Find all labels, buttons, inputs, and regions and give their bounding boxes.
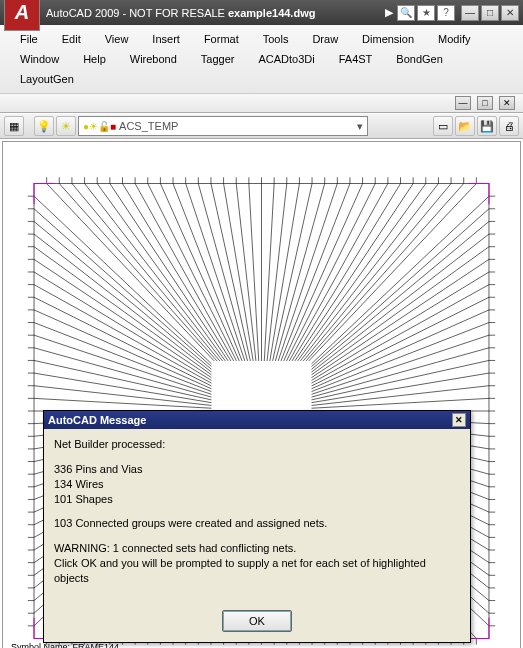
svg-line-59: [295, 184, 413, 361]
maximize-button[interactable]: □: [481, 5, 499, 21]
svg-line-23: [186, 184, 245, 361]
close-button[interactable]: ✕: [501, 5, 519, 21]
dialog-titlebar[interactable]: AutoCAD Message ✕: [44, 411, 470, 429]
svg-line-83: [312, 272, 489, 380]
menu-draw[interactable]: Draw: [300, 29, 350, 49]
open-icon[interactable]: 📂: [455, 116, 475, 136]
svg-line-13: [122, 184, 230, 361]
svg-line-97: [312, 360, 489, 399]
minimize-button[interactable]: —: [461, 5, 479, 21]
drawing-area[interactable]: Symbol Name: FRAME144 RefDes: P1 Class: …: [2, 141, 521, 648]
svg-line-41: [270, 184, 300, 361]
dialog-wires: 134 Wires: [54, 478, 104, 490]
svg-line-269: [34, 259, 211, 377]
save-icon[interactable]: 💾: [477, 116, 497, 136]
dialog-warning-line1: WARNING: 1 connected sets had conflictin…: [54, 542, 296, 554]
svg-line-29: [224, 184, 254, 361]
doc-close-button[interactable]: ✕: [499, 96, 515, 110]
svg-line-93: [312, 335, 489, 394]
svg-line-31: [236, 184, 256, 361]
svg-line-257: [34, 335, 211, 394]
svg-line-11: [110, 184, 228, 361]
menu-format[interactable]: Format: [192, 29, 251, 49]
svg-line-47: [278, 184, 337, 361]
window-buttons: — □ ✕: [461, 5, 519, 21]
tool-icon-1[interactable]: ▦: [4, 116, 24, 136]
new-icon[interactable]: ▭: [433, 116, 453, 136]
dialog-groups: 103 Connected groups were created and as…: [54, 516, 460, 531]
search-icon[interactable]: 🔍: [397, 5, 415, 21]
title-arrow-icon[interactable]: ▶: [385, 6, 393, 19]
dialog-close-button[interactable]: ✕: [452, 413, 466, 427]
svg-line-261: [34, 310, 211, 389]
svg-line-99: [312, 373, 489, 403]
svg-line-85: [312, 285, 489, 384]
menu-file[interactable]: File: [8, 29, 50, 49]
menu-tools[interactable]: Tools: [251, 29, 301, 49]
menu-wirebond[interactable]: Wirebond: [118, 49, 189, 69]
menu-bondgen[interactable]: BondGen: [384, 49, 454, 69]
doc-name: example144.dwg: [228, 7, 315, 19]
menu-layoutgen[interactable]: LayoutGen: [8, 69, 86, 89]
svg-line-251: [34, 373, 211, 403]
dialog-counts: 336 Pins and Vias 134 Wires 101 Shapes: [54, 462, 460, 507]
help-icon[interactable]: ?: [437, 5, 455, 21]
menu-help[interactable]: Help: [71, 49, 118, 69]
svg-line-101: [312, 386, 489, 406]
sun-icon[interactable]: ☀: [56, 116, 76, 136]
message-dialog: AutoCAD Message ✕ Net Builder processed:…: [43, 410, 471, 643]
star-icon[interactable]: ★: [417, 5, 435, 21]
svg-line-265: [34, 285, 211, 384]
svg-line-89: [312, 310, 489, 389]
svg-line-55: [289, 184, 388, 361]
svg-line-279: [34, 196, 211, 364]
app-logo[interactable]: A: [4, 0, 40, 31]
svg-line-81: [312, 259, 489, 377]
app-name: AutoCAD 2009 - NOT FOR RESALE: [46, 7, 225, 19]
svg-line-19: [160, 184, 239, 361]
svg-line-275: [34, 221, 211, 369]
svg-line-37: [264, 184, 274, 361]
dialog-pins: 336 Pins and Vias: [54, 463, 142, 475]
svg-line-249: [34, 386, 211, 406]
svg-line-71: [312, 196, 489, 364]
svg-line-5: [72, 184, 220, 361]
ok-button[interactable]: OK: [222, 610, 292, 632]
svg-line-27: [211, 184, 250, 361]
menu-edit[interactable]: Edit: [50, 29, 93, 49]
menu-fa4st[interactable]: FA4ST: [327, 49, 385, 69]
svg-line-33: [249, 184, 259, 361]
doc-minimize-button[interactable]: —: [455, 96, 471, 110]
menu-acadto3di[interactable]: ACADto3Di: [246, 49, 326, 69]
menu-modify[interactable]: Modify: [426, 29, 482, 49]
svg-line-43: [273, 184, 312, 361]
toolbar: ▦ 💡 ☀ ●☀🔓■ ACS_TEMP ▾ ▭ 📂 💾 🖨: [0, 113, 523, 139]
title-text: AutoCAD 2009 - NOT FOR RESALE example144…: [46, 7, 381, 19]
svg-line-39: [267, 184, 287, 361]
dialog-body: Net Builder processed: 336 Pins and Vias…: [44, 429, 470, 604]
titlebar: A AutoCAD 2009 - NOT FOR RESALE example1…: [0, 0, 523, 25]
menu-insert[interactable]: Insert: [140, 29, 192, 49]
svg-line-57: [292, 184, 400, 361]
doc-window-buttons: — □ ✕: [0, 94, 523, 113]
menu-dimension[interactable]: Dimension: [350, 29, 426, 49]
layer-combo[interactable]: ●☀🔓■ ACS_TEMP ▾: [78, 116, 368, 136]
doc-maximize-button[interactable]: □: [477, 96, 493, 110]
svg-line-267: [34, 272, 211, 380]
bulb-icon[interactable]: 💡: [34, 116, 54, 136]
svg-line-247: [34, 398, 211, 408]
menu-view[interactable]: View: [93, 29, 141, 49]
print-icon[interactable]: 🖨: [499, 116, 519, 136]
dialog-warning-line2: Click OK and you will be prompted to sup…: [54, 557, 426, 584]
menu-tagger[interactable]: Tagger: [189, 49, 247, 69]
layer-name: ACS_TEMP: [119, 120, 178, 132]
dialog-title: AutoCAD Message: [48, 414, 146, 426]
layer-state-icons: ●☀🔓■: [83, 120, 116, 132]
dialog-line-processed: Net Builder processed:: [54, 437, 460, 452]
dialog-buttons: OK: [44, 604, 470, 642]
svg-line-69: [309, 184, 477, 361]
menu-window[interactable]: Window: [8, 49, 71, 69]
svg-line-103: [312, 398, 489, 408]
dialog-shapes: 101 Shapes: [54, 493, 113, 505]
svg-line-15: [135, 184, 234, 361]
